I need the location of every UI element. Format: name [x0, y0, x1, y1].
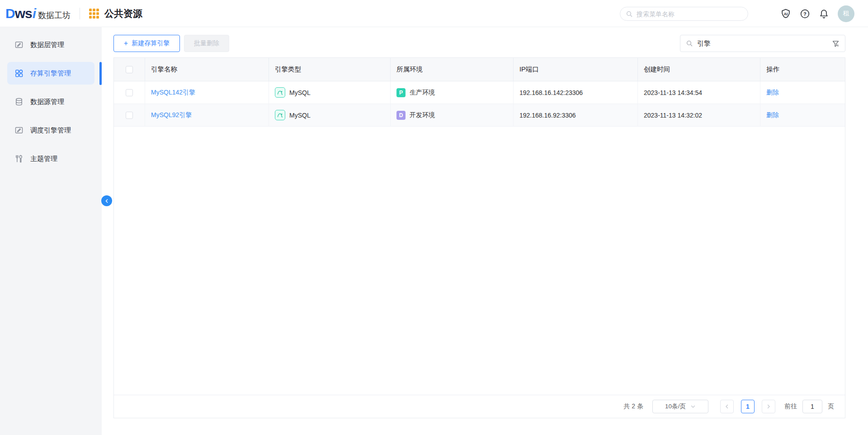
sidebar-item-schedule-engine[interactable]: 调度引擎管理 [7, 119, 94, 142]
prev-page-button[interactable] [720, 400, 734, 413]
database-icon [14, 97, 24, 106]
select-all-checkbox[interactable] [126, 66, 133, 73]
sidebar-item-storage-engine[interactable]: 存算引擎管理 [7, 62, 94, 85]
sidebar-item-label: 存算引擎管理 [30, 69, 71, 78]
user-avatar[interactable]: 租 [838, 5, 854, 22]
table-search-box[interactable] [680, 35, 845, 52]
sidebar-item-label: 数据层管理 [30, 41, 64, 49]
chevron-left-icon [104, 199, 109, 203]
chevron-left-icon [724, 404, 730, 409]
goto-label: 前往 [784, 402, 797, 411]
env-label: 开发环境 [410, 111, 435, 119]
tools-icon [14, 154, 24, 163]
sidebar-item-theme[interactable]: 主题管理 [7, 147, 94, 170]
total-count-label: 共 2 条 [623, 402, 643, 411]
pagination-bar: 共 2 条 10条/页 1 前往 页 [114, 395, 845, 418]
search-icon [686, 40, 693, 47]
sidebar-item-data-source[interactable]: 数据源管理 [7, 90, 94, 113]
edit-square-icon [14, 40, 24, 49]
logo-letter-i: i [33, 6, 36, 21]
column-header-environment: 所属环境 [391, 58, 514, 81]
filter-funnel-icon[interactable] [832, 40, 840, 47]
logo-letters: ws [15, 6, 32, 21]
engine-name-link[interactable]: MySQL92引擎 [151, 111, 192, 119]
table-search-input[interactable] [697, 40, 832, 47]
menu-search-box[interactable] [620, 7, 748, 21]
env-badge-production: P [396, 88, 406, 97]
next-page-button[interactable] [762, 400, 775, 413]
engine-type-label: MySQL [289, 89, 311, 96]
ip-port-value: 192.168.16.92:3306 [514, 104, 638, 126]
main-content: + 新建存算引擎 批量删除 引擎名称 引擎类型 所属环境 IP端口 创建时间 操… [102, 27, 868, 435]
column-header-created-time: 创建时间 [638, 58, 760, 81]
help-icon[interactable]: ? [800, 9, 810, 19]
table-row: MySQL142引擎 MySQL P 生产环境 192.168.16.142:2… [114, 81, 845, 104]
grid-icon [14, 69, 24, 78]
goto-page-input[interactable] [802, 400, 822, 413]
search-icon [626, 10, 633, 18]
logo-product-name: 数据工坊 [38, 10, 71, 21]
engine-name-link[interactable]: MySQL142引擎 [151, 89, 195, 97]
row-checkbox[interactable] [126, 89, 133, 96]
env-label: 生产环境 [410, 89, 435, 97]
engine-table-card: 引擎名称 引擎类型 所属环境 IP端口 创建时间 操作 MySQL142引擎 M… [113, 57, 845, 418]
env-badge-development: D [396, 111, 406, 120]
chevron-right-icon [766, 404, 771, 409]
menu-search-input[interactable] [637, 10, 742, 18]
chevron-down-icon [690, 404, 696, 409]
delete-link[interactable]: 删除 [766, 111, 779, 119]
topbar-actions: AI ? 租 [780, 0, 854, 27]
ip-port-value: 192.168.16.142:23306 [514, 81, 638, 104]
page-title: 公共资源 [104, 7, 142, 20]
svg-text:AI: AI [784, 12, 788, 16]
created-time-value: 2023-11-13 14:32:02 [638, 104, 760, 126]
divider [80, 8, 80, 19]
logo-letter: D [5, 6, 15, 21]
column-header-engine-type: 引擎类型 [269, 58, 391, 81]
edit-square-icon [14, 126, 24, 135]
page-size-select[interactable]: 10条/页 [652, 400, 708, 413]
sidebar-item-data-layer[interactable]: 数据层管理 [7, 33, 94, 56]
mysql-icon [275, 87, 285, 98]
batch-delete-button[interactable]: 批量删除 [184, 35, 229, 52]
sidebar: 数据层管理 存算引擎管理 数据源管理 调度引擎管理 主题管理 [0, 27, 102, 435]
column-header-ip-port: IP端口 [514, 58, 638, 81]
sidebar-item-label: 调度引擎管理 [30, 126, 71, 135]
plus-icon: + [124, 40, 128, 47]
sidebar-collapse-button[interactable] [101, 195, 112, 206]
notification-bell-icon[interactable] [819, 9, 829, 19]
svg-text:?: ? [803, 11, 807, 16]
delete-link[interactable]: 删除 [766, 89, 779, 97]
top-navigation-bar: Dwsi 数据工坊 公共资源 AI ? 租 [0, 0, 868, 27]
sidebar-item-label: 数据源管理 [30, 98, 64, 106]
sidebar-item-label: 主题管理 [30, 155, 57, 163]
table-header-row: 引擎名称 引擎类型 所属环境 IP端口 创建时间 操作 [114, 58, 845, 81]
toolbar: + 新建存算引擎 批量删除 [113, 35, 845, 52]
column-header-actions: 操作 [760, 58, 845, 81]
row-checkbox[interactable] [126, 112, 133, 119]
table-row: MySQL92引擎 MySQL D 开发环境 192.168.16.92:330… [114, 104, 845, 127]
table-empty-space [114, 127, 845, 395]
mysql-icon [275, 110, 285, 120]
page-unit-label: 页 [828, 402, 834, 411]
ai-assistant-icon[interactable]: AI [780, 8, 791, 19]
app-grid-icon [89, 9, 99, 19]
engine-type-label: MySQL [289, 112, 311, 119]
app-logo: Dwsi 数据工坊 [5, 6, 71, 21]
page-number-button[interactable]: 1 [741, 400, 755, 413]
created-time-value: 2023-11-13 14:34:54 [638, 81, 760, 104]
column-header-engine-name: 引擎名称 [145, 58, 269, 81]
create-engine-button[interactable]: + 新建存算引擎 [113, 35, 180, 52]
